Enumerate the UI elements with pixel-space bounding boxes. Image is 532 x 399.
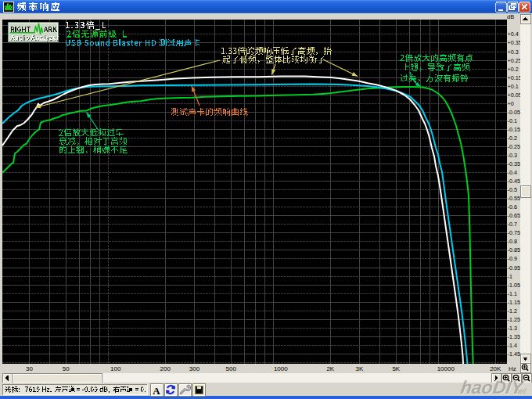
svg-text:-0.5: -0.5 [508, 186, 517, 193]
svg-text:+0.15: +0.15 [508, 74, 522, 81]
svg-text:+0.35: +0.35 [508, 39, 522, 46]
svg-text:100: 100 [110, 365, 121, 372]
svg-text:-1.25: -1.25 [508, 316, 520, 323]
svg-text:+0.05: +0.05 [508, 92, 522, 99]
svg-text:+0.3: +0.3 [508, 49, 519, 56]
svg-text:-0.75: -0.75 [508, 229, 520, 236]
svg-text:-0.6: -0.6 [508, 203, 517, 210]
svg-text:+0.4: +0.4 [508, 31, 519, 38]
svg-text:+0: +0 [508, 100, 514, 107]
svg-text:200: 200 [160, 365, 171, 372]
svg-text:-0.65: -0.65 [508, 212, 520, 219]
svg-text:-0.85: -0.85 [508, 246, 520, 253]
svg-text:-0.05: -0.05 [508, 109, 520, 116]
svg-text:+0.2: +0.2 [508, 66, 519, 73]
svg-text:-0.3: -0.3 [508, 152, 517, 159]
svg-text:300: 300 [189, 365, 200, 372]
svg-text:20K: 20K [490, 365, 501, 372]
svg-text:-1.35: -1.35 [508, 333, 520, 340]
svg-text:-1.05: -1.05 [508, 282, 520, 289]
svg-text:1000: 1000 [274, 365, 288, 372]
svg-text:-0.2: -0.2 [508, 135, 517, 142]
svg-text:500: 500 [226, 365, 237, 372]
svg-text:-0.55: -0.55 [508, 195, 520, 202]
svg-text:10000: 10000 [437, 365, 455, 372]
svg-text:-1.45: -1.45 [508, 350, 520, 358]
svg-text:-0.15: -0.15 [508, 126, 520, 133]
svg-text:-1.2: -1.2 [508, 307, 517, 315]
svg-text:30: 30 [26, 365, 33, 372]
svg-text:-1: -1 [508, 273, 512, 280]
svg-text:-1.4: -1.4 [508, 342, 517, 349]
svg-text:-0.35: -0.35 [508, 160, 520, 167]
svg-text:+0.25: +0.25 [508, 57, 522, 64]
svg-text:5K: 5K [392, 365, 400, 372]
svg-text:-0.25: -0.25 [508, 143, 520, 150]
svg-text:-0.45: -0.45 [508, 178, 520, 185]
svg-text:3K: 3K [356, 365, 364, 372]
svg-text:dB: dB [507, 13, 514, 20]
svg-text:A: A [153, 385, 160, 397]
svg-text:-1.3: -1.3 [508, 325, 517, 332]
svg-text:-0.7: -0.7 [508, 221, 517, 228]
svg-text:-0.4: -0.4 [508, 169, 517, 176]
svg-text:-0.8: -0.8 [508, 238, 517, 245]
svg-text:50: 50 [63, 365, 70, 372]
svg-text:-1.1: -1.1 [508, 290, 517, 297]
svg-text:+0.1: +0.1 [508, 83, 519, 90]
svg-text:-0.1: -0.1 [508, 117, 517, 124]
svg-text:-0.9: -0.9 [508, 255, 517, 262]
svg-text:2K: 2K [326, 365, 334, 372]
svg-text:-1.15: -1.15 [508, 299, 520, 306]
svg-text:-0.95: -0.95 [508, 264, 520, 271]
svg-text:Hz: Hz [509, 365, 516, 372]
